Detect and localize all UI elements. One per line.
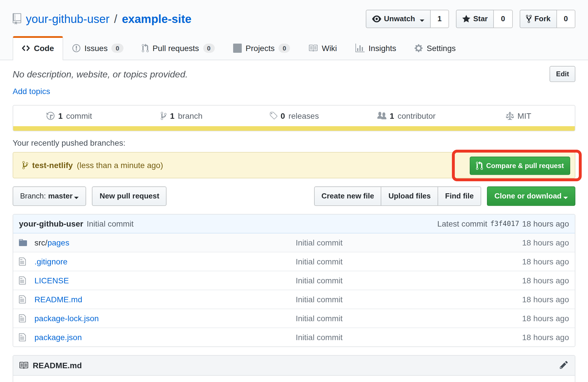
latest-commit-age: 18 hours ago bbox=[522, 219, 569, 228]
row-commit-message-link[interactable]: Initial commit bbox=[296, 238, 471, 247]
compare-pull-request-label: Compare & pull request bbox=[486, 160, 564, 171]
file-link[interactable]: package-lock.json bbox=[34, 314, 99, 323]
upload-files-button[interactable]: Upload files bbox=[381, 186, 438, 206]
file-link[interactable]: pages bbox=[47, 238, 69, 247]
issue-opened-icon bbox=[72, 44, 80, 53]
stat-contributors[interactable]: 1 contributor bbox=[350, 111, 463, 120]
graph-icon bbox=[355, 44, 365, 53]
edit-description-button[interactable]: Edit bbox=[550, 66, 575, 82]
tab-wiki[interactable]: Wiki bbox=[299, 36, 346, 60]
tab-label: Insights bbox=[369, 44, 396, 53]
tab-label: Pull requests bbox=[152, 44, 199, 53]
star-count[interactable]: 0 bbox=[494, 10, 512, 28]
stat-label: branch bbox=[178, 111, 203, 120]
row-commit-message-link[interactable]: Initial commit bbox=[296, 314, 471, 323]
file-icon bbox=[19, 257, 34, 266]
readme-header: README.md bbox=[13, 356, 575, 376]
tag-icon bbox=[269, 111, 277, 120]
tab-insights[interactable]: Insights bbox=[346, 36, 406, 60]
file-link-prefix[interactable]: src/ bbox=[34, 238, 47, 247]
row-commit-message-link[interactable]: Initial commit bbox=[296, 333, 471, 342]
repo-owner-link[interactable]: your-github-user bbox=[26, 12, 109, 26]
file-navigation-toolbar: Branch: master New pull request Create n… bbox=[13, 186, 575, 206]
row-commit-message-link[interactable]: Initial commit bbox=[296, 295, 471, 304]
file-age: 18 hours ago bbox=[471, 333, 569, 342]
file-actions-group: Create new file Upload files Find file bbox=[314, 186, 481, 206]
table-row: package.json Initial commit 18 hours ago bbox=[13, 328, 575, 346]
file-icon bbox=[19, 314, 34, 323]
tab-label: Wiki bbox=[322, 44, 337, 53]
book-icon bbox=[19, 361, 28, 370]
language-bar[interactable] bbox=[13, 126, 575, 131]
pull-request-icon bbox=[476, 161, 483, 170]
commit-hash-link[interactable]: f3f4017 bbox=[490, 220, 519, 228]
table-row: package-lock.json Initial commit 18 hour… bbox=[13, 309, 575, 328]
file-link[interactable]: README.md bbox=[34, 295, 82, 304]
find-file-button[interactable]: Find file bbox=[438, 186, 481, 206]
table-row: README.md Initial commit 18 hours ago bbox=[13, 290, 575, 309]
branch-icon bbox=[161, 111, 167, 120]
recent-branch-banner: test-netlify (less than a minute ago) Co… bbox=[13, 152, 575, 178]
commit-message-link[interactable]: Initial commit bbox=[87, 219, 134, 228]
unwatch-label: Unwatch bbox=[384, 13, 415, 25]
watch-count[interactable]: 1 bbox=[431, 10, 449, 28]
tab-counter: 0 bbox=[112, 44, 123, 53]
stat-branches[interactable]: 1 branch bbox=[125, 111, 238, 120]
file-icon bbox=[19, 295, 34, 304]
repo-header: your-github-user / example-site Unwatch … bbox=[0, 0, 588, 60]
tab-issues[interactable]: Issues 0 bbox=[63, 36, 132, 60]
folder-icon bbox=[19, 238, 34, 247]
file-icon bbox=[19, 276, 34, 285]
row-commit-message-link[interactable]: Initial commit bbox=[296, 276, 471, 285]
stat-value: 0 bbox=[281, 111, 285, 120]
file-link[interactable]: .gitignore bbox=[34, 257, 67, 266]
latest-commit-bar: your-github-user Initial commit Latest c… bbox=[13, 215, 575, 233]
file-link[interactable]: package.json bbox=[34, 333, 82, 342]
repo-book-icon bbox=[13, 13, 21, 25]
commit-author-link[interactable]: your-github-user bbox=[19, 219, 83, 228]
fork-icon bbox=[526, 14, 531, 24]
watch-group: Unwatch 1 bbox=[365, 10, 449, 28]
file-icon bbox=[19, 333, 34, 342]
star-button[interactable]: Star bbox=[456, 10, 494, 28]
stat-commits[interactable]: 1 commit bbox=[13, 111, 125, 120]
file-age: 18 hours ago bbox=[471, 238, 569, 247]
branch-select-value: master bbox=[48, 190, 73, 202]
tab-projects[interactable]: Projects 0 bbox=[224, 36, 299, 60]
repo-title: your-github-user / example-site bbox=[13, 12, 192, 26]
stat-label: releases bbox=[289, 111, 319, 120]
code-icon bbox=[22, 44, 30, 53]
tab-pull-requests[interactable]: Pull requests 0 bbox=[132, 36, 224, 60]
new-pull-request-button[interactable]: New pull request bbox=[92, 186, 167, 206]
stat-value: 1 bbox=[170, 111, 175, 120]
tab-counter: 0 bbox=[278, 44, 290, 53]
stat-license[interactable]: MIT bbox=[463, 111, 575, 120]
fork-count[interactable]: 0 bbox=[557, 10, 575, 28]
file-age: 18 hours ago bbox=[471, 295, 569, 304]
branch-select-button[interactable]: Branch: master bbox=[13, 186, 86, 206]
caret-down-icon bbox=[563, 197, 568, 201]
stat-releases[interactable]: 0 releases bbox=[238, 111, 350, 120]
file-link[interactable]: LICENSE bbox=[34, 276, 69, 285]
repo-nav: Code Issues 0 Pull requests 0 Projects 0 bbox=[13, 36, 575, 60]
stat-value: 1 bbox=[58, 111, 63, 120]
stat-label: commit bbox=[66, 111, 92, 120]
repo-social-actions: Unwatch 1 Star 0 Fork bbox=[365, 10, 575, 28]
readme-title: README.md bbox=[33, 361, 82, 370]
repo-name-link[interactable]: example-site bbox=[122, 12, 191, 26]
edit-readme-pencil-icon[interactable] bbox=[560, 360, 568, 369]
fork-button[interactable]: Fork bbox=[519, 10, 557, 28]
gear-icon bbox=[415, 44, 423, 53]
unwatch-button[interactable]: Unwatch bbox=[365, 10, 430, 28]
tab-code[interactable]: Code bbox=[13, 36, 63, 60]
clone-or-download-button[interactable]: Clone or download bbox=[487, 186, 575, 206]
recent-branch-link[interactable]: test-netlify bbox=[32, 161, 73, 170]
tab-settings[interactable]: Settings bbox=[405, 36, 465, 60]
compare-pull-request-button[interactable]: Compare & pull request bbox=[469, 157, 570, 175]
create-new-file-button[interactable]: Create new file bbox=[314, 186, 381, 206]
tab-label: Settings bbox=[427, 44, 456, 53]
add-topics-link[interactable]: Add topics bbox=[13, 87, 50, 96]
row-commit-message-link[interactable]: Initial commit bbox=[296, 257, 471, 266]
github-repo-page: your-github-user / example-site Unwatch … bbox=[0, 0, 588, 382]
readme-content bbox=[13, 376, 575, 382]
